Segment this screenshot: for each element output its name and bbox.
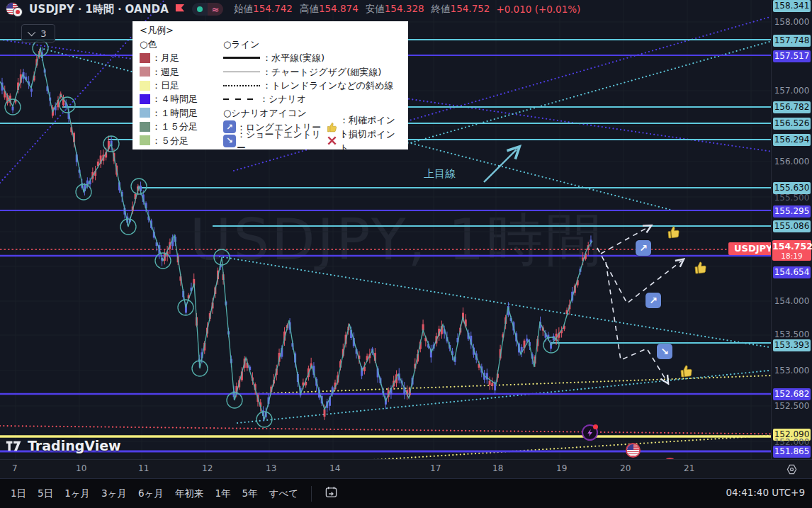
trend-annotation-label: 上目線	[424, 167, 456, 181]
price-axis-label: 155.086	[773, 220, 811, 232]
time-axis-tick: 10	[76, 463, 86, 473]
range-button[interactable]: 年初来	[175, 487, 204, 500]
go-to-date-icon[interactable]	[325, 485, 338, 502]
symbol-title[interactable]: USDJPY・1時間・OANDA	[29, 3, 169, 16]
color-swatch	[140, 81, 150, 91]
time-axis-tick: 19	[556, 463, 567, 473]
legend-color-item: ：週足	[140, 65, 223, 79]
legend-title: <凡例>	[140, 23, 402, 37]
time-axis-tick: 21	[684, 463, 694, 473]
time-axis-tick: 13	[266, 463, 276, 473]
chevron-down-icon	[28, 28, 35, 36]
time-axis[interactable]: 710111213141718192021	[0, 459, 812, 479]
ohlc-readout: 始値154.742高値154.874安値154.328終値154.752	[234, 3, 490, 16]
clock-readout[interactable]: 04:41:40 UTC+9	[726, 487, 805, 498]
legend-line-item: ：チャートジグザグ(細実線)	[223, 65, 402, 79]
ohlc-item: 始値154.742	[234, 3, 293, 16]
indicator-toggle[interactable]: ≈	[192, 3, 223, 16]
tradingview-logo[interactable]: TradingView	[6, 438, 121, 453]
legend-line-item: ：シナリオ	[223, 92, 402, 106]
legend-color-item: ：４時間足	[140, 92, 223, 106]
price-axis-label: 155.500	[773, 192, 811, 204]
price-axis[interactable]: 158.341158.000157.748157.517157.000156.7…	[771, 0, 812, 478]
time-axis-settings-icon[interactable]	[786, 464, 797, 478]
range-button[interactable]: 1日	[11, 487, 26, 500]
legend-line-item: ：トレンドラインなどの斜め線	[223, 79, 402, 92]
stop-loss-icon	[325, 135, 339, 147]
line-sample	[223, 57, 260, 59]
price-axis-label: 156.000	[773, 156, 811, 168]
legend-color-item: ：１時間足	[140, 106, 223, 120]
green-dot-icon	[197, 6, 203, 12]
time-axis-tick: 14	[329, 463, 340, 473]
range-button[interactable]: 6ヶ月	[138, 487, 164, 500]
range-button[interactable]: 5日	[38, 487, 53, 500]
time-axis-tick: 11	[138, 463, 149, 473]
oanda-logo-icon	[175, 3, 186, 16]
chart-header: USDJPY・1時間・OANDA ≈ 始値154.742高値154.874安値1…	[0, 0, 812, 18]
price-axis-label: 156.782	[773, 101, 811, 113]
long-entry-icon[interactable]: ↗	[645, 293, 661, 308]
price-axis-label: 155.295	[773, 205, 811, 218]
tradingview-chart-window: USDJPY, 1時間 上目線 USDJPY ↗↗↘ USDJPY・1時間・OA…	[0, 0, 812, 508]
legend-line-item: ：水平線(実線)	[223, 51, 402, 64]
time-axis-tick: 18	[492, 463, 503, 473]
color-swatch	[140, 53, 150, 63]
ohlc-item: 安値154.328	[366, 3, 424, 16]
take-profit-icon[interactable]	[692, 259, 709, 276]
ohlc-item: 高値154.874	[300, 3, 359, 16]
legend-color-item: ：５分足	[140, 134, 223, 147]
color-swatch	[140, 122, 150, 132]
tradingview-logo-text: TradingView	[28, 438, 121, 453]
price-axis-label: 156.526	[773, 118, 811, 130]
us-event-flag-icon[interactable]	[626, 443, 641, 458]
range-button[interactable]: 1年	[215, 487, 230, 500]
color-swatch	[140, 135, 150, 145]
color-swatch	[140, 67, 150, 77]
currency-pair-flag-icon	[6, 1, 23, 17]
long-entry-icon[interactable]: ↗	[636, 240, 651, 256]
line-sample	[223, 98, 257, 101]
collapse-count: 3	[40, 28, 46, 39]
legend-line-header: ○ライン	[223, 37, 402, 51]
price-axis-label: 156.294	[773, 134, 811, 146]
range-button[interactable]: 3ヶ月	[101, 487, 127, 500]
range-button[interactable]: 1ヶ月	[64, 487, 90, 500]
object-tree-collapse-button[interactable]: 3	[21, 24, 55, 43]
price-axis-label: 153.393	[773, 339, 811, 351]
take-profit-icon[interactable]	[677, 362, 694, 379]
price-axis-label: 154.000	[773, 295, 811, 307]
legend-icon-row: ↘：ショートエントリー：損切ポイント	[223, 134, 402, 147]
legend-box[interactable]: <凡例> ○色 ：月足：週足：日足：４時間足：１時間足：１５分足：５分足 ○ライ…	[132, 21, 408, 149]
current-price-badge: 154.752 18:19	[772, 240, 811, 261]
price-axis-label: 153.500	[773, 329, 811, 341]
range-button[interactable]: 5年	[242, 487, 258, 500]
range-button[interactable]: すべて	[269, 487, 298, 500]
legend-color-item: ：１５分足	[140, 120, 223, 133]
price-axis-label: 157.000	[773, 85, 811, 97]
price-axis-label: 152.500	[773, 400, 811, 412]
price-axis-label: 157.748	[773, 35, 811, 47]
line-sample	[223, 72, 260, 72]
price-axis-label: 157.517	[773, 50, 811, 62]
price-axis-label: 154.654	[773, 266, 811, 278]
short-entry-icon: ↘	[223, 135, 236, 147]
economic-event-icon[interactable]	[582, 424, 598, 441]
legend-color-item: ：日足	[140, 79, 223, 92]
price-axis-label: 153.000	[773, 365, 811, 377]
short-entry-icon[interactable]: ↘	[657, 344, 672, 359]
wave-icon: ≈	[208, 3, 223, 16]
range-toolbar: 1日5日1ヶ月3ヶ月6ヶ月年初来1年5年すべて	[0, 478, 812, 508]
tradingview-logo-icon	[6, 440, 23, 452]
legend-color-item: ：月足	[140, 51, 223, 64]
line-sample	[223, 85, 260, 86]
color-swatch	[140, 108, 150, 118]
change-readout: +0.010 (+0.01%)	[496, 4, 580, 15]
ohlc-item: 終値154.752	[432, 3, 490, 16]
time-axis-tick: 17	[430, 463, 441, 473]
price-axis-label: 152.682	[773, 388, 811, 400]
take-profit-icon[interactable]	[665, 223, 682, 240]
time-axis-tick: 12	[202, 463, 213, 473]
price-axis-label: 151.865	[773, 446, 811, 458]
time-axis-tick: 20	[620, 463, 631, 473]
